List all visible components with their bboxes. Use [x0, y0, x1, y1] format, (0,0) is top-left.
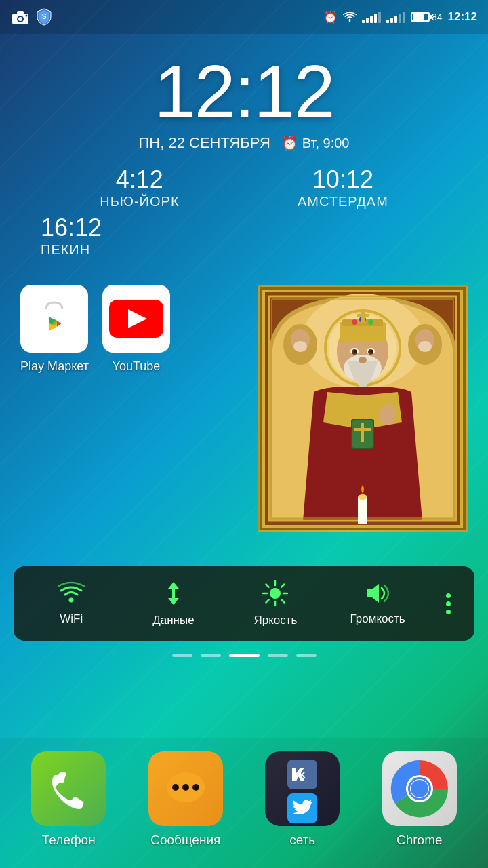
- svg-point-42: [293, 341, 307, 352]
- quick-settings-bar: WiFi Данные Яркость Громкость: [14, 566, 474, 641]
- svg-text:VK: VK: [293, 770, 306, 781]
- qs-more-button[interactable]: [446, 593, 451, 614]
- beijing-time: 16:12: [41, 214, 447, 242]
- wifi-status-icon: [343, 12, 357, 22]
- svg-line-59: [266, 599, 269, 602]
- svg-point-45: [418, 341, 432, 352]
- qs-volume[interactable]: Громкость: [344, 581, 411, 626]
- play-market-label: Play Маркет: [20, 359, 89, 374]
- data-icon: [161, 580, 186, 607]
- phone-dock-label: Телефон: [42, 833, 96, 848]
- world-clocks: 4:12 НЬЮ-ЙОРК 10:12 АМСТЕРДАМ: [0, 165, 488, 210]
- qs-volume-label: Громкость: [350, 612, 405, 626]
- svg-point-50: [69, 598, 74, 603]
- page-dot-2: [201, 654, 221, 657]
- svg-marker-60: [367, 584, 379, 603]
- alarm-clock-icon: ⏰: [281, 135, 298, 151]
- qs-data[interactable]: Данные: [140, 580, 207, 627]
- qs-brightness[interactable]: Яркость: [241, 580, 309, 627]
- svg-rect-37: [384, 405, 387, 418]
- youtube-svg: [109, 300, 163, 338]
- svg-rect-48: [358, 497, 367, 524]
- youtube-label: YouTube: [113, 359, 161, 374]
- vk-icon: VK: [287, 760, 317, 789]
- messages-dock-icon: [148, 751, 223, 826]
- social-dock-item[interactable]: VK сеть: [265, 751, 340, 848]
- chrome-svg: [389, 758, 450, 819]
- signal-bars-2: [386, 11, 405, 23]
- svg-line-56: [266, 585, 269, 587]
- date-display: ПН, 22 СЕНТЯБРЯ: [139, 134, 270, 152]
- qs-wifi-label: WiFi: [60, 612, 83, 626]
- messages-dock-label: Сообщения: [150, 833, 220, 848]
- svg-point-29: [354, 350, 357, 353]
- play-market-icon: [20, 285, 88, 353]
- qs-wifi[interactable]: WiFi: [37, 581, 105, 626]
- world-clock-amsterdam: 10:12 АМСТЕРДАМ: [298, 165, 388, 210]
- svg-point-19: [352, 319, 357, 325]
- brightness-icon: [262, 580, 289, 607]
- svg-rect-38: [388, 403, 392, 418]
- chrome-dock-label: Chrome: [396, 833, 443, 848]
- status-left-icons: S: [11, 8, 52, 26]
- svg-rect-35: [354, 428, 371, 431]
- svg-point-73: [411, 780, 428, 797]
- svg-rect-23: [357, 314, 369, 317]
- svg-line-57: [282, 599, 285, 602]
- qs-dot-3: [446, 610, 451, 614]
- messages-dock-item[interactable]: Сообщения: [148, 751, 223, 848]
- status-time: 12:12: [448, 10, 477, 24]
- chrome-dock-item[interactable]: Chrome: [382, 751, 457, 848]
- svg-point-30: [370, 350, 373, 353]
- world-clock-newyork: 4:12 НЬЮ-ЙОРК: [100, 165, 179, 210]
- phone-svg: [48, 768, 89, 809]
- world-clock-beijing: 16:12 ПЕКИН: [41, 214, 447, 258]
- status-right-icons: ⏰ 84: [323, 10, 477, 24]
- newyork-city: НЬЮ-ЙОРК: [100, 194, 179, 210]
- svg-text:S: S: [42, 13, 47, 20]
- signal-bars-1: [362, 11, 381, 23]
- svg-rect-39: [393, 406, 396, 418]
- svg-point-4: [26, 15, 28, 17]
- shield-icon: S: [37, 8, 52, 26]
- bottom-dock: Телефон Сообщения VK: [0, 738, 488, 868]
- svg-point-65: [173, 785, 178, 790]
- messages-svg: [162, 768, 209, 809]
- amsterdam-city: АМСТЕРДАМ: [298, 194, 388, 210]
- phone-dock-icon: [31, 751, 106, 826]
- status-bar: S ⏰: [0, 0, 488, 34]
- qs-dot-1: [446, 593, 451, 598]
- phone-dock-item[interactable]: Телефон: [31, 751, 106, 848]
- alarm-time: Вт, 9:00: [302, 136, 350, 151]
- svg-point-66: [183, 785, 188, 790]
- page-dot-4: [268, 654, 288, 657]
- svg-point-31: [359, 357, 367, 363]
- volume-icon: [364, 581, 391, 606]
- svg-point-2: [18, 17, 22, 21]
- apps-area: Play Маркет YouTube: [0, 285, 488, 532]
- amsterdam-time: 10:12: [298, 165, 388, 194]
- svg-point-49: [358, 494, 367, 500]
- saint-icon-image[interactable]: [258, 285, 468, 532]
- saint-artwork: [260, 287, 466, 530]
- play-market-app[interactable]: Play Маркет: [20, 285, 89, 374]
- qs-data-label: Данные: [152, 614, 194, 627]
- svg-line-58: [282, 585, 285, 587]
- page-dot-1: [172, 654, 192, 657]
- page-indicator: [0, 654, 488, 657]
- camera-icon: [11, 9, 30, 24]
- battery-icon: 84: [411, 12, 443, 22]
- svg-rect-3: [17, 11, 24, 14]
- beijing-city: ПЕКИН: [41, 242, 447, 258]
- youtube-app[interactable]: YouTube: [102, 285, 170, 374]
- youtube-icon: [102, 285, 170, 353]
- page-dot-3-active: [229, 654, 260, 657]
- svg-point-21: [368, 319, 373, 325]
- qs-dot-2: [446, 601, 451, 606]
- main-clock: 12:12: [0, 54, 488, 129]
- svg-point-67: [193, 785, 199, 790]
- social-dock-icon: VK: [265, 751, 340, 826]
- alarm-row: ⏰ Вт, 9:00: [281, 135, 350, 151]
- clock-widget: 12:12 ПН, 22 СЕНТЯБРЯ ⏰ Вт, 9:00 4:12 НЬ…: [0, 34, 488, 258]
- page-dot-5: [296, 654, 317, 657]
